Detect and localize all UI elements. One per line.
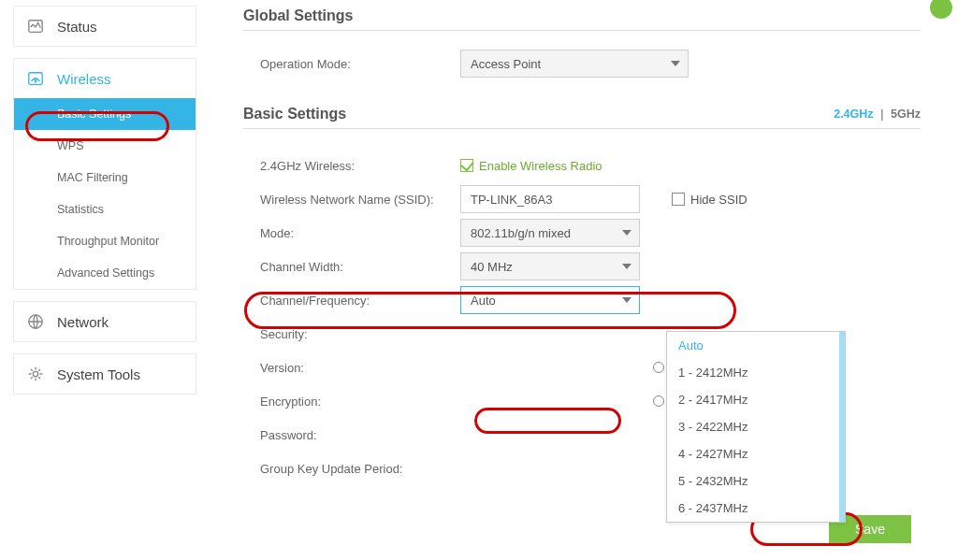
band-separator: | xyxy=(880,108,884,121)
channel-option-auto[interactable]: Auto xyxy=(667,332,845,359)
help-icon[interactable] xyxy=(930,0,952,19)
channel-option-3[interactable]: 3 - 2422MHz xyxy=(667,413,845,440)
caret-down-icon xyxy=(671,61,680,66)
sidebar: Status Wireless Basic Settings WPS MAC F… xyxy=(0,0,196,560)
version-label: Version: xyxy=(243,361,460,375)
caret-down-icon xyxy=(622,230,631,236)
hide-ssid-text: Hide SSID xyxy=(690,193,748,207)
channel-width-label: Channel Width: xyxy=(243,260,460,274)
channel-freq-label: Channel/Frequency: xyxy=(243,294,460,308)
enable-wireless-text: Enable Wireless Radio xyxy=(479,159,602,173)
password-label: Password: xyxy=(243,428,460,442)
channel-width-select[interactable]: 40 MHz xyxy=(460,252,640,280)
operation-mode-label: Operation Mode: xyxy=(243,57,460,71)
operation-mode-select[interactable]: Access Point xyxy=(460,50,689,78)
status-icon xyxy=(27,18,44,35)
channel-option-5[interactable]: 5 - 2432MHz xyxy=(667,467,845,495)
nav-system-tools[interactable]: System Tools xyxy=(13,353,196,395)
channel-freq-select[interactable]: Auto xyxy=(460,286,640,314)
wireless-icon xyxy=(27,70,44,87)
hide-ssid-checkbox[interactable]: Hide SSID xyxy=(672,193,748,207)
caret-down-icon xyxy=(622,297,631,303)
wireless-24-label: 2.4GHz Wireless: xyxy=(243,159,460,173)
channel-freq-dropdown[interactable]: Auto 1 - 2412MHz 2 - 2417MHz 3 - 2422MHz… xyxy=(666,331,846,523)
main-content: Global Settings Operation Mode: Access P… xyxy=(196,0,958,560)
nav-status-label: Status xyxy=(57,19,97,35)
basic-settings-header: Basic Settings 2.4GHz | 5GHz xyxy=(243,102,921,129)
channel-freq-value: Auto xyxy=(471,294,496,308)
mode-label: Mode: xyxy=(243,226,460,240)
subnav-statistics[interactable]: Statistics xyxy=(14,194,196,225)
subnav-mac-filtering[interactable]: MAC Filtering xyxy=(14,162,196,194)
mode-value: 802.11b/g/n mixed xyxy=(471,226,571,240)
channel-option-2[interactable]: 2 - 2417MHz xyxy=(667,386,845,413)
gkup-label: Group Key Update Period: xyxy=(243,462,460,476)
ssid-label: Wireless Network Name (SSID): xyxy=(243,193,460,207)
mode-select[interactable]: 802.11b/g/n mixed xyxy=(460,219,640,247)
security-label: Security: xyxy=(243,327,460,341)
enable-wireless-checkbox[interactable]: Enable Wireless Radio xyxy=(460,159,602,173)
encryption-label: Encryption: xyxy=(243,395,460,409)
nav-wireless-label: Wireless xyxy=(57,71,111,87)
channel-width-value: 40 MHz xyxy=(471,260,513,274)
svg-point-4 xyxy=(33,371,37,376)
radio-icon[interactable] xyxy=(653,362,664,373)
operation-mode-value: Access Point xyxy=(471,57,541,71)
channel-option-4[interactable]: 4 - 2427MHz xyxy=(667,440,845,467)
network-icon xyxy=(27,313,44,330)
channel-option-6[interactable]: 6 - 2437MHz xyxy=(667,495,845,522)
channel-option-1[interactable]: 1 - 2412MHz xyxy=(667,359,845,386)
caret-down-icon xyxy=(622,264,631,269)
checkbox-on-icon xyxy=(460,159,473,172)
checkbox-off-icon xyxy=(672,193,685,206)
tools-icon xyxy=(27,366,44,382)
radio-icon[interactable] xyxy=(653,395,664,407)
subnav-advanced-settings[interactable]: Advanced Settings xyxy=(14,257,196,289)
subnav-basic-settings[interactable]: Basic Settings xyxy=(14,98,196,130)
subnav-wps[interactable]: WPS xyxy=(14,130,196,162)
basic-settings-title: Basic Settings xyxy=(243,106,346,122)
nav-wireless: Wireless Basic Settings WPS MAC Filterin… xyxy=(13,58,196,290)
wireless-submenu: Basic Settings WPS MAC Filtering Statist… xyxy=(14,98,196,289)
global-settings-title: Global Settings xyxy=(243,4,921,31)
nav-status[interactable]: Status xyxy=(13,6,196,47)
subnav-throughput[interactable]: Throughput Monitor xyxy=(14,225,196,257)
band-tab-5ghz[interactable]: 5GHz xyxy=(891,108,921,121)
nav-network-label: Network xyxy=(57,314,109,330)
nav-network[interactable]: Network xyxy=(13,301,196,342)
band-tab-24ghz[interactable]: 2.4GHz xyxy=(834,108,873,121)
svg-point-2 xyxy=(35,80,36,81)
ssid-input[interactable] xyxy=(460,185,640,213)
nav-tools-label: System Tools xyxy=(57,366,140,382)
nav-wireless-header[interactable]: Wireless xyxy=(14,59,196,98)
